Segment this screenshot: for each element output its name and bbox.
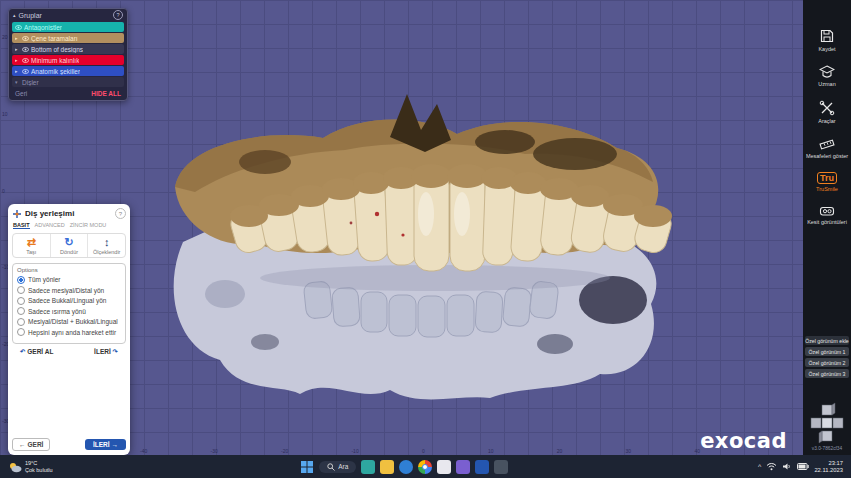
next-button[interactable]: İLERİ → <box>85 439 126 450</box>
undo-label: GERİ AL <box>27 348 53 355</box>
group-row-anatomic-shapes[interactable]: Anatomik şekiller <box>12 66 124 76</box>
ruler-bottom: -40-30 -20-10 010 2030 40 <box>140 448 700 454</box>
option-mesial-buccal[interactable]: Mesiyal/Distal + Bukkal/Lingual <box>17 318 121 326</box>
save-label: Kaydet <box>818 46 835 52</box>
show-distances-button[interactable]: Mesafeleri göster <box>804 137 850 159</box>
help-icon[interactable]: ? <box>115 208 126 219</box>
3d-dental-model[interactable] <box>145 92 690 442</box>
move-tool-button[interactable]: ⇄ Taşı <box>13 234 50 257</box>
radio-icon[interactable] <box>17 328 25 336</box>
tray-expand-icon[interactable]: ^ <box>758 463 761 470</box>
taskbar-app-icon[interactable] <box>361 460 375 474</box>
option-bite-direction[interactable]: Sadece ısırma yönü <box>17 307 121 315</box>
group-row-antagonists[interactable]: Antagonistler <box>12 22 124 32</box>
groups-back-button[interactable]: Geri <box>15 90 27 97</box>
search-icon <box>327 463 335 471</box>
tools-label: Araçlar <box>818 118 835 124</box>
group-row-teeth[interactable]: Dişler <box>12 77 124 87</box>
taskbar-weather-widget[interactable]: 19°C Çok bulutlu <box>8 460 53 473</box>
hide-all-button[interactable]: HIDE ALL <box>91 90 121 97</box>
custom-view-3-button[interactable]: Özel görünüm 3 <box>805 369 849 378</box>
option-label: Sadece mesiyal/Distal yön <box>28 287 104 294</box>
show-distances-label: Mesafeleri göster <box>806 153 848 159</box>
exocad-app: { "groups_panel": { "title": "Gruplar", … <box>0 0 851 478</box>
radio-icon[interactable] <box>17 307 25 315</box>
option-mesial-distal[interactable]: Sadece mesiyal/Distal yön <box>17 286 121 294</box>
taskbar-app-icon[interactable] <box>456 460 470 474</box>
help-icon[interactable]: ? <box>113 10 123 20</box>
eye-icon[interactable] <box>22 57 29 64</box>
custom-view-1-button[interactable]: Özel görünüm 1 <box>805 347 849 356</box>
taskbar-search[interactable]: Ara <box>319 461 356 473</box>
ruler-icon <box>819 137 835 151</box>
group-label: Anatomik şekiller <box>31 68 80 75</box>
radio-icon[interactable] <box>17 297 25 305</box>
taskbar-clock[interactable]: 23:17 22.11.2023 <box>814 460 843 474</box>
chevron-right-icon[interactable] <box>15 58 20 63</box>
weather-text: 19°C Çok bulutlu <box>25 460 53 473</box>
section-views-button[interactable]: Kesit görüntüleri <box>804 205 850 225</box>
radio-icon[interactable] <box>17 276 25 284</box>
groups-panel-header[interactable]: ▴ Gruplar ? <box>9 9 127 21</box>
chevron-right-icon[interactable] <box>15 36 20 41</box>
add-custom-view-button[interactable]: Özel görünüm ekle <box>805 336 849 345</box>
radio-icon[interactable] <box>17 318 25 326</box>
date-label: 22.11.2023 <box>814 467 843 474</box>
option-all-directions[interactable]: Tüm yönler <box>17 276 121 284</box>
group-row-jaw-scans[interactable]: Çene taramaları <box>12 33 124 43</box>
trusmile-button[interactable]: Tru TruSmile <box>804 172 850 192</box>
expert-button[interactable]: Uzman <box>804 65 850 87</box>
rotate-icon: ↻ <box>64 237 73 248</box>
group-label: Çene taramaları <box>31 35 78 42</box>
scale-tool-label: Ölçeklendir <box>93 249 121 255</box>
panel-title: Diş yerleşimi <box>25 209 112 218</box>
view-orientation-widget[interactable] <box>809 402 845 445</box>
tab-zincir-modu[interactable]: ZİNCİR MODU <box>70 222 107 229</box>
custom-view-2-button[interactable]: Özel görünüm 2 <box>805 358 849 367</box>
volume-icon[interactable] <box>782 462 792 471</box>
taskbar-center: Ara <box>300 460 508 474</box>
battery-icon[interactable] <box>797 463 809 470</box>
wifi-icon[interactable] <box>766 462 777 471</box>
taskbar-app-icon[interactable] <box>494 460 508 474</box>
option-move-all[interactable]: Hepsini aynı anda hareket ettir <box>17 328 121 336</box>
radio-icon[interactable] <box>17 286 25 294</box>
collapse-icon[interactable]: ▴ <box>13 12 16 18</box>
redo-icon: ↷ <box>113 348 118 355</box>
edge-browser-icon[interactable] <box>399 460 413 474</box>
chevron-right-icon[interactable] <box>15 47 20 52</box>
right-toolbar: Kaydet Uzman Araçlar Mesafeleri göster <box>803 0 851 455</box>
taskbar-app-icon[interactable] <box>475 460 489 474</box>
graduation-cap-icon <box>819 65 835 79</box>
groups-panel: ▴ Gruplar ? Antagonistler Çene taramalar… <box>8 8 128 101</box>
tab-basit[interactable]: BASIT <box>13 222 30 229</box>
tools-button[interactable]: Araçlar <box>804 100 850 124</box>
tab-advanced[interactable]: ADVANCED <box>35 222 65 229</box>
eye-icon[interactable] <box>15 24 22 31</box>
eye-icon[interactable] <box>22 46 29 53</box>
undo-redo-row: ↶ GERİ AL İLERİ ↷ <box>12 344 126 356</box>
eye-icon[interactable] <box>22 35 29 42</box>
undo-button[interactable]: ↶ GERİ AL <box>20 348 53 356</box>
system-tray: ^ 23:17 22.11.2023 <box>758 460 843 474</box>
group-label: Bottom of designs <box>31 46 83 53</box>
taskbar-app-icon[interactable] <box>437 460 451 474</box>
start-button[interactable] <box>300 460 314 474</box>
save-button[interactable]: Kaydet <box>804 28 850 52</box>
transform-tools: ⇄ Taşı ↻ Döndür ↕ Ölçeklendir <box>12 233 126 258</box>
back-button[interactable]: ← GERİ <box>12 438 50 451</box>
folder-icon[interactable] <box>380 460 394 474</box>
option-label: Sadece Bukkal/Lingual yön <box>28 297 106 304</box>
rotate-tool-button[interactable]: ↻ Döndür <box>50 234 88 257</box>
scale-tool-button[interactable]: ↕ Ölçeklendir <box>87 234 125 257</box>
redo-button[interactable]: İLERİ ↷ <box>94 348 118 356</box>
chevron-down-icon[interactable] <box>15 80 20 85</box>
expert-label: Uzman <box>818 81 835 87</box>
option-label: Sadece ısırma yönü <box>28 308 86 315</box>
option-buccal-lingual[interactable]: Sadece Bukkal/Lingual yön <box>17 297 121 305</box>
chevron-right-icon[interactable] <box>15 69 20 74</box>
group-row-bottom-of-designs[interactable]: Bottom of designs <box>12 44 124 54</box>
chrome-browser-icon[interactable] <box>418 460 432 474</box>
group-row-minimum-thickness[interactable]: Minimum kalınlık <box>12 55 124 65</box>
eye-icon[interactable] <box>22 68 29 75</box>
